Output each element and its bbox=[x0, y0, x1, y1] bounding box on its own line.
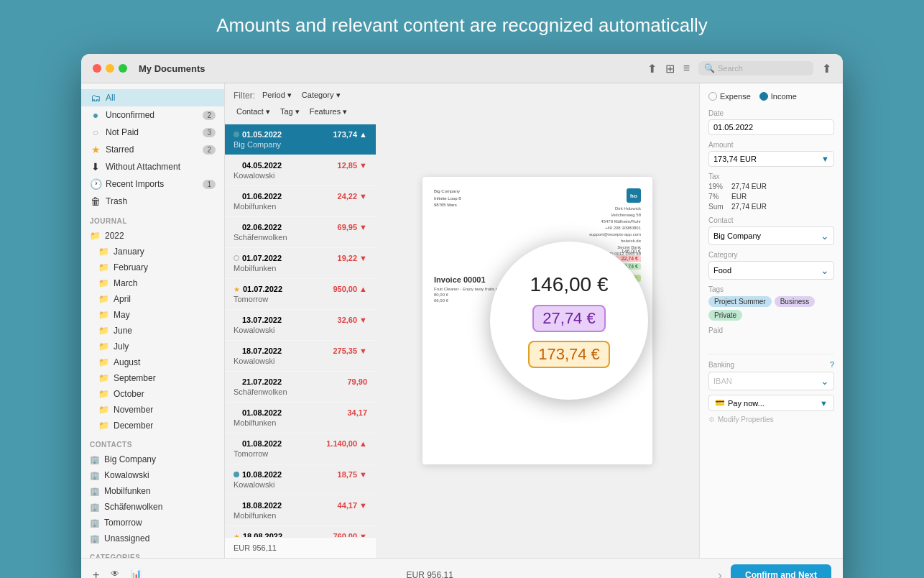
paid-label: Paid bbox=[708, 326, 834, 334]
add-icon[interactable]: + bbox=[93, 569, 99, 578]
sidebar-item-notpaid[interactable]: ○ Not Paid 3 bbox=[81, 124, 224, 141]
doc-item-header-1: 04.05.2022 12,85 ▼ bbox=[234, 161, 367, 170]
sidebar-item-contact-schäfenwolken[interactable]: 🏢Schäfenwolken bbox=[81, 499, 224, 515]
sidebar-item-month-october[interactable]: 📁October bbox=[81, 386, 224, 402]
search-bar[interactable]: 🔍 Search bbox=[698, 61, 813, 75]
sidebar-item-contact-mobilfunken[interactable]: 🏢Mobilfunken bbox=[81, 483, 224, 499]
doc-item-header-2: 01.06.2022 24,22 ▼ bbox=[234, 192, 367, 201]
doc-amount-12: 44,17 ▼ bbox=[338, 501, 367, 510]
amount-field[interactable]: 173,74 EUR ▼ bbox=[708, 151, 834, 167]
confirm-next-button[interactable]: Confirm and Next bbox=[731, 564, 831, 578]
modify-icon: ⚙ bbox=[708, 416, 715, 423]
sidebar-item-contact-kowalowski[interactable]: 🏢Kowalowski bbox=[81, 467, 224, 483]
filter-period[interactable]: Period ▾ bbox=[259, 89, 295, 101]
doc-item-row-5: ★ 01.07.2022 bbox=[234, 285, 282, 293]
filter-features[interactable]: Features ▾ bbox=[307, 106, 350, 118]
sidebar-item-month-november[interactable]: 📁November bbox=[81, 402, 224, 418]
doc-name-5: Tomorrow bbox=[234, 295, 367, 303]
doc-item-7[interactable]: 18.07.2022 275,35 ▼ Kowalowski bbox=[225, 341, 376, 372]
sidebar-item-contact-tomorrow[interactable]: 🏢Tomorrow bbox=[81, 515, 224, 531]
banking-help[interactable]: ? bbox=[830, 360, 834, 369]
doc-item-11[interactable]: 10.08.2022 18,75 ▼ Kowalowski bbox=[225, 464, 376, 495]
mag-purple-amount: 27,74 € bbox=[532, 305, 605, 332]
contact-name: Dirk Holzwick bbox=[581, 206, 641, 212]
journal-section-label: JOURNAL bbox=[81, 210, 224, 228]
filter-tag[interactable]: Tag ▾ bbox=[277, 106, 302, 118]
sidebar-item-month-march[interactable]: 📁March bbox=[81, 275, 224, 291]
doc-item-10[interactable]: 01.08.2022 1.140,00 ▲ Tomorrow bbox=[225, 434, 376, 464]
maximize-button[interactable] bbox=[119, 64, 127, 73]
tag-business[interactable]: Business bbox=[775, 296, 816, 307]
sidebar-item-year-2022[interactable]: 📁 2022 bbox=[81, 228, 224, 244]
category-dropdown[interactable]: Food ⌄ bbox=[708, 261, 834, 280]
preview-icon[interactable]: 👁 bbox=[111, 569, 119, 578]
radio-expense[interactable]: Expense bbox=[708, 92, 751, 101]
month-label: November bbox=[114, 405, 153, 415]
doc-item-1[interactable]: 04.05.2022 12,85 ▼ Kowalowski bbox=[225, 155, 376, 186]
radio-income[interactable]: Income bbox=[759, 92, 797, 101]
notpaid-icon: ○ bbox=[90, 127, 101, 138]
doc-item-13[interactable]: ★ 18.08.2022 760,00 ▼ Tomorrow bbox=[225, 526, 376, 537]
sidebar-item-month-august[interactable]: 📁August bbox=[81, 354, 224, 370]
pay-button[interactable]: 💳 Pay now... ▼ bbox=[708, 395, 834, 411]
sidebar: 🗂 All ● Unconfirmed 2 ○ Not Paid 3 ★ Sta… bbox=[81, 83, 225, 558]
iban-dropdown[interactable]: IBAN ⌄ bbox=[708, 372, 834, 390]
doc-amount-10: 1.140,00 ▲ bbox=[326, 439, 367, 448]
doc-item-12[interactable]: 18.08.2022 44,17 ▼ Mobilfunken bbox=[225, 495, 376, 526]
sidebar-item-trash[interactable]: 🗑 Trash bbox=[81, 193, 224, 210]
sidebar-item-unconfirmed[interactable]: ● Unconfirmed 2 bbox=[81, 106, 224, 124]
stats-icon[interactable]: 📊 bbox=[131, 569, 142, 578]
doc-item-9[interactable]: 01.08.2022 34,17 Mobilfunken bbox=[225, 403, 376, 434]
doc-item-5[interactable]: ★ 01.07.2022 950,00 ▲ Tomorrow bbox=[225, 279, 376, 310]
sidebar-item-month-september[interactable]: 📁September bbox=[81, 370, 224, 386]
doc-item-6[interactable]: 13.07.2022 32,60 ▼ Kowalowski bbox=[225, 310, 376, 341]
upload-icon[interactable]: ⬆ bbox=[647, 62, 657, 75]
tag-project-summer[interactable]: Project Summer bbox=[708, 296, 772, 307]
contact-label: Kowalowski bbox=[104, 470, 149, 480]
doc-item-row-3: 02.06.2022 bbox=[234, 223, 282, 231]
minimize-button[interactable] bbox=[106, 64, 114, 73]
filter-category[interactable]: Category ▾ bbox=[299, 89, 343, 101]
sidebar-item-month-april[interactable]: 📁April bbox=[81, 291, 224, 307]
doc-name-2: Mobilfunken bbox=[234, 202, 367, 211]
sidebar-item-contact-unassigned[interactable]: 🏢Unassigned bbox=[81, 531, 224, 546]
total-label: EUR 956,11 bbox=[406, 570, 453, 578]
close-button[interactable] bbox=[93, 64, 101, 73]
grid-view-icon[interactable]: ⊞ bbox=[665, 62, 675, 75]
next-chevron[interactable]: › bbox=[718, 568, 722, 579]
sidebar-item-month-january[interactable]: 📁January bbox=[81, 244, 224, 260]
sidebar-item-month-july[interactable]: 📁July bbox=[81, 339, 224, 354]
window-title: My Documents bbox=[139, 63, 205, 74]
contact-dropdown[interactable]: Big Company ⌄ bbox=[708, 226, 834, 245]
modify-link[interactable]: ⚙ Modify Properties bbox=[708, 416, 834, 423]
doc-item-2[interactable]: 01.06.2022 24,22 ▼ Mobilfunken bbox=[225, 186, 376, 217]
pay-icon: 💳 bbox=[715, 398, 725, 408]
sidebar-item-month-february[interactable]: 📁February bbox=[81, 260, 224, 275]
doc-item-3[interactable]: 02.06.2022 69,95 ▼ Schäfenwolken bbox=[225, 217, 376, 248]
doc-date-8: 21.07.2022 bbox=[242, 377, 282, 386]
sidebar-item-imports[interactable]: 🕐 Recent Imports 1 bbox=[81, 175, 224, 193]
doc-item-row-10: 01.08.2022 bbox=[234, 439, 282, 448]
sidebar-item-month-december[interactable]: 📁December bbox=[81, 418, 224, 434]
filter-contact[interactable]: Contact ▾ bbox=[234, 106, 273, 118]
category-value: Food bbox=[713, 266, 731, 275]
list-view-icon[interactable]: ≡ bbox=[683, 62, 690, 75]
sidebar-item-all[interactable]: 🗂 All bbox=[81, 89, 224, 106]
doc-item-8[interactable]: 21.07.2022 79,90 Schäfenwolken bbox=[225, 372, 376, 403]
doc-item-0[interactable]: 01.05.2022 173,74 ▲ Big Company bbox=[225, 124, 376, 155]
doc-item-header-4: 01.07.2022 19,22 ▼ bbox=[234, 254, 367, 262]
sidebar-item-starred[interactable]: ★ Starred 2 bbox=[81, 141, 224, 158]
amount-label: Amount bbox=[708, 141, 834, 149]
doc-date-7: 18.07.2022 bbox=[242, 347, 282, 355]
sidebar-item-month-june[interactable]: 📁June bbox=[81, 323, 224, 339]
doc-item-4[interactable]: 01.07.2022 19,22 ▼ Mobilfunken bbox=[225, 248, 376, 279]
sidebar-item-contact-big-company[interactable]: 🏢Big Company bbox=[81, 451, 224, 467]
date-field[interactable]: 01.05.2022 bbox=[708, 119, 834, 135]
sidebar-item-attachment[interactable]: ⬇ Without Attachment bbox=[81, 158, 224, 175]
contact-icon: 🏢 bbox=[90, 518, 100, 528]
tag-private[interactable]: Private bbox=[708, 310, 742, 321]
share-icon[interactable]: ⬆ bbox=[822, 62, 831, 75]
doc-amount-1: 12,85 ▼ bbox=[338, 161, 367, 170]
doc-item-header-3: 02.06.2022 69,95 ▼ bbox=[234, 223, 367, 231]
sidebar-item-month-may[interactable]: 📁May bbox=[81, 307, 224, 323]
